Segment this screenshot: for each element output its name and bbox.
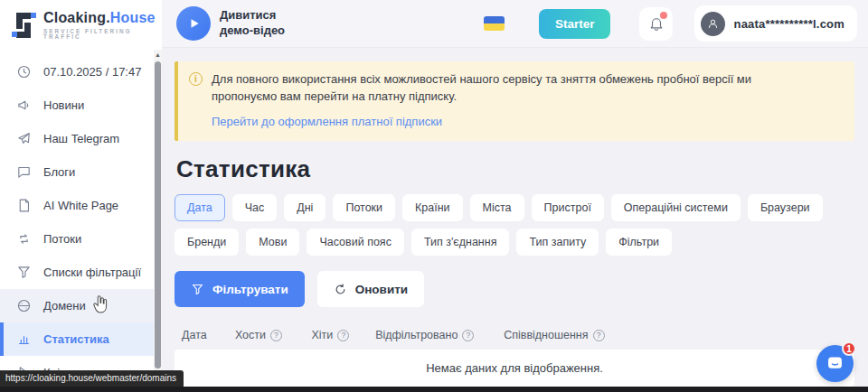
help-icon[interactable]: ?	[270, 330, 282, 341]
stats-tabs: Дата Час Дні Потоки Країни Міста Пристро…	[175, 194, 844, 256]
app-window: Cloaking.House SERVICE FILTERING TRAFFIC…	[0, 0, 868, 387]
page-title: Статистика	[176, 155, 854, 183]
top-header: Дивитися демо-відео Starter naata*******…	[162, 0, 868, 48]
clock-icon	[16, 64, 32, 79]
sidebar-scrollbar[interactable]: ▲ ▼	[154, 0, 162, 387]
subscription-link[interactable]: Перейти до оформлення платної підписки	[212, 115, 442, 128]
column-label: Відфільтровано	[375, 329, 458, 341]
sidebar-item-blogs[interactable]: Блоги	[0, 155, 154, 189]
avatar	[701, 12, 725, 36]
plan-starter-button[interactable]: Starter	[539, 9, 611, 39]
sidebar-item-label: Списки фільтрації	[43, 266, 141, 279]
sidebar: Cloaking.House SERVICE FILTERING TRAFFIC…	[0, 0, 154, 387]
sidebar-item-label: Потоки	[43, 232, 81, 246]
tab-brands[interactable]: Бренди	[175, 229, 239, 256]
play-demo-button[interactable]	[176, 6, 211, 41]
user-account-menu[interactable]: naata**********l.com	[694, 5, 857, 42]
funnel-icon	[16, 265, 32, 280]
sidebar-item-filter-lists[interactable]: Списки фільтрації	[0, 256, 154, 289]
tab-countries[interactable]: Країни	[402, 194, 463, 221]
help-icon[interactable]: ?	[462, 330, 474, 341]
notifications-button[interactable]	[639, 7, 673, 41]
actions-row: Фільтрувати Оновити	[175, 271, 854, 307]
column-header-filtered: Відфільтровано ?	[375, 329, 504, 341]
column-header-date: Дата	[182, 329, 235, 341]
page-content: i Для повного використання всіх можливос…	[162, 48, 868, 387]
column-header-ratio: Співвідношення ?	[504, 329, 847, 341]
tab-time[interactable]: Час	[232, 194, 278, 221]
scroll-up-arrow[interactable]: ▲	[154, 50, 162, 60]
user-email: naata**********l.com	[733, 17, 844, 31]
bottom-edge-bar	[0, 387, 868, 392]
scrollbar-thumb[interactable]	[155, 61, 161, 369]
tab-request-type[interactable]: Тип запиту	[516, 229, 599, 256]
info-icon: i	[189, 72, 203, 86]
tab-cities[interactable]: Міста	[470, 194, 524, 221]
sidebar-datetime: 07.10.2025 / 17:47	[0, 55, 154, 89]
logo-icon	[13, 12, 36, 39]
filter-button-label: Фільтрувати	[212, 283, 288, 296]
sidebar-item-label: AI White Page	[43, 199, 118, 212]
refresh-button[interactable]: Оновити	[317, 271, 424, 307]
main-area: Дивитися демо-відео Starter naata*******…	[162, 0, 868, 387]
sidebar-nav: 07.10.2025 / 17:47 Новини Наш Telegram Б…	[0, 50, 154, 389]
cycle-icon	[16, 231, 32, 247]
sidebar-item-telegram[interactable]: Наш Telegram	[0, 122, 154, 155]
logo-text: Cloaking.House SERVICE FILTERING TRAFFIC	[43, 11, 156, 41]
play-icon	[188, 17, 201, 30]
tab-operating-systems[interactable]: Операційні системи	[611, 194, 741, 221]
sidebar-item-statistics[interactable]: Статистика	[0, 322, 154, 356]
trial-warning-banner: i Для повного використання всіх можливос…	[175, 61, 854, 141]
tab-streams[interactable]: Потоки	[333, 194, 395, 221]
column-label: Хіти	[312, 329, 334, 341]
status-bar-url: https://cloaking.house/webmaster/domains	[0, 370, 184, 387]
bar-chart-icon	[16, 331, 32, 347]
help-icon[interactable]: ?	[593, 330, 605, 341]
tab-browsers[interactable]: Браузери	[748, 194, 823, 221]
table-header-row: Дата Хости ? Хіти ? Відфільтровано ?	[175, 320, 854, 350]
logo-title-accent: House	[110, 10, 156, 25]
sidebar-item-label: Домени	[43, 299, 86, 313]
user-icon	[706, 17, 720, 31]
telegram-icon	[16, 131, 32, 146]
sidebar-item-label: Статистика	[43, 332, 109, 346]
logo-title-dark: Cloaking.	[43, 10, 110, 25]
help-icon[interactable]: ?	[337, 330, 349, 341]
sidebar-item-news[interactable]: Новини	[0, 89, 154, 122]
megaphone-icon	[16, 98, 32, 113]
chat-widget-button[interactable]: 1	[816, 345, 854, 382]
notification-dot	[660, 12, 667, 19]
filter-button[interactable]: Фільтрувати	[175, 271, 305, 307]
table-empty-state: Немає даних для відображення.	[175, 350, 854, 387]
page-icon	[16, 198, 32, 213]
chat-icon	[826, 354, 844, 373]
tab-date[interactable]: Дата	[175, 194, 225, 221]
refresh-button-label: Оновити	[355, 283, 408, 296]
sidebar-item-streams[interactable]: Потоки	[0, 222, 154, 256]
column-header-hosts: Хости ?	[235, 329, 312, 341]
column-header-hits: Хіти ?	[312, 329, 376, 341]
sidebar-item-ai-white-page[interactable]: AI White Page	[0, 189, 154, 222]
sidebar-item-label: Наш Telegram	[43, 132, 119, 145]
language-flag-ukraine[interactable]	[484, 16, 505, 31]
stats-table: Дата Хости ? Хіти ? Відфільтровано ?	[175, 320, 854, 387]
tab-languages[interactable]: Мови	[246, 229, 299, 256]
logo-subtitle: SERVICE FILTERING TRAFFIC	[43, 29, 156, 41]
funnel-icon	[191, 283, 204, 296]
column-label: Дата	[182, 329, 207, 341]
tab-days[interactable]: Дні	[284, 194, 326, 221]
chat-bubble-icon	[16, 164, 32, 180]
column-label: Співвідношення	[504, 329, 588, 341]
tab-filters[interactable]: Фільтри	[606, 229, 672, 256]
tab-devices[interactable]: Пристрої	[532, 194, 604, 221]
tab-timezone[interactable]: Часовий пояс	[307, 229, 403, 256]
sidebar-item-domains[interactable]: Домени	[0, 289, 154, 322]
tab-connection-type[interactable]: Тип з'єднання	[411, 229, 510, 256]
chat-unread-badge: 1	[842, 341, 856, 356]
refresh-icon	[334, 283, 347, 296]
column-label: Хости	[235, 329, 266, 341]
demo-video-label[interactable]: Дивитися демо-відео	[220, 8, 301, 39]
sidebar-item-label: Блоги	[43, 165, 75, 179]
logo[interactable]: Cloaking.House SERVICE FILTERING TRAFFIC	[0, 0, 154, 50]
globe-icon	[16, 298, 32, 313]
